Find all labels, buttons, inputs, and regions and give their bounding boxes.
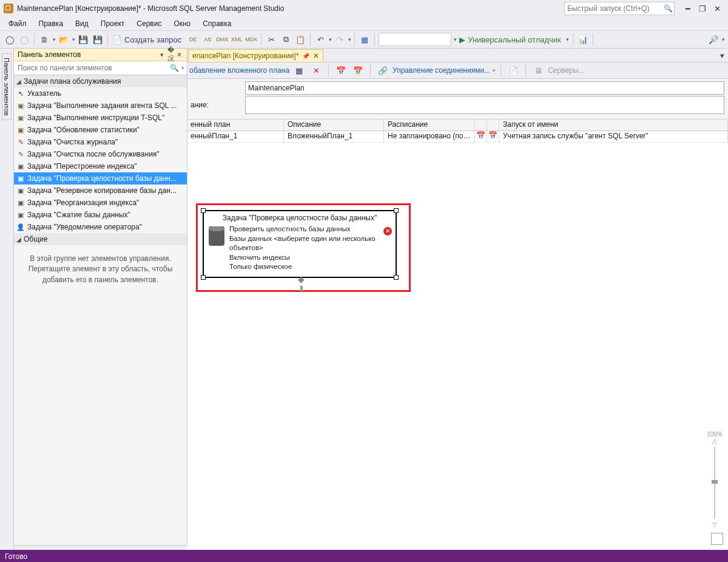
pin-icon[interactable]: 📌 xyxy=(302,53,309,59)
menu-view[interactable]: Вид xyxy=(70,18,93,29)
script-xmla-icon[interactable]: XML xyxy=(230,33,243,46)
cell-runas[interactable]: Учетная запись службы "агент SQL Server" xyxy=(499,131,728,142)
menu-project[interactable]: Проект xyxy=(96,18,130,29)
new-query-button[interactable]: 📄Создать запрос xyxy=(111,33,185,46)
toolbox-item-check-integrity[interactable]: ▣Задача "Проверка целостности базы данн.… xyxy=(14,172,187,185)
quick-launch[interactable]: 🔍 xyxy=(564,2,675,15)
zoom-to-fit-icon[interactable] xyxy=(711,533,723,545)
properties-icon[interactable]: ▦ xyxy=(358,33,371,46)
script-dmx-icon[interactable]: DМХ xyxy=(215,33,229,46)
col-runas[interactable]: Запуск от имени xyxy=(499,120,728,130)
toolbox-item-rebuild-index[interactable]: ▣Задача "Перестроение индекса" xyxy=(14,160,187,172)
toolbox-item-shrink-db[interactable]: ▣Задача "Сжатие базы данных" xyxy=(14,209,187,221)
manage-connections-button[interactable]: Управление соединениями... xyxy=(393,66,490,75)
paste-icon[interactable]: 📋 xyxy=(294,33,307,46)
flow-connector-icon[interactable]: ◆ xyxy=(298,274,305,284)
delete-subplan-icon[interactable]: ✕ xyxy=(309,64,323,77)
resize-handle[interactable] xyxy=(394,275,399,280)
dropdown-icon[interactable]: ▾ xyxy=(493,67,496,73)
plan-desc-field[interactable] xyxy=(245,96,724,114)
zoom-out-icon[interactable]: ▽ xyxy=(712,521,717,528)
active-files-dropdown-icon[interactable]: ▾ xyxy=(716,49,727,62)
menu-window[interactable]: Окно xyxy=(169,18,195,29)
toolbox-item-tsql[interactable]: ▣Задача "Выполнение инструкции T-SQL" xyxy=(14,112,187,124)
plan-name-field[interactable]: MaintenancePlan xyxy=(245,81,724,95)
menu-edit[interactable]: Правка xyxy=(34,18,69,29)
flow-arrow-icon[interactable]: ⬇ xyxy=(298,284,305,294)
cell-description[interactable]: ВложенныйПлан_1 xyxy=(284,131,384,142)
task-check-integrity[interactable]: Задача "Проверка целостности базы данных… xyxy=(203,210,397,278)
quick-launch-input[interactable] xyxy=(565,4,662,13)
dropdown-icon[interactable]: ▾ xyxy=(453,36,457,42)
zoom-track[interactable] xyxy=(714,447,715,519)
cell-schedule-button[interactable]: 📅 xyxy=(475,131,487,142)
save-icon[interactable]: 💾 xyxy=(76,33,90,46)
dropdown-icon[interactable]: ▾ xyxy=(565,36,570,42)
autohide-pin-icon[interactable]: �况 xyxy=(166,46,175,63)
col-schedule[interactable]: Расписание xyxy=(384,120,475,130)
toolbox-item-backup[interactable]: ▣Задача "Резервное копирование базы дан.… xyxy=(14,185,187,197)
restore-icon[interactable]: ❐ xyxy=(695,4,710,13)
resize-handle[interactable] xyxy=(201,275,206,280)
activity-monitor-icon[interactable]: 📊 xyxy=(576,33,590,46)
toolbox-item-reorganize-index[interactable]: ▣Задача "Реорганизация индекса" xyxy=(14,197,187,209)
toolbox-item-maintenance-cleanup[interactable]: ✎Задача "Очистка после обслуживания" xyxy=(14,148,187,160)
side-tab-toolbox[interactable]: Панель элементов xyxy=(2,53,12,120)
toolbox-search[interactable]: 🔍 ▾ xyxy=(14,61,187,75)
col-description[interactable]: Описание xyxy=(284,120,384,130)
debugger-button[interactable]: ▶Универсальный отладчик xyxy=(458,33,565,46)
menu-help[interactable]: Справка xyxy=(198,18,236,29)
nav-fwd-icon[interactable]: ◯ xyxy=(18,33,31,46)
script-as-icon[interactable]: AS xyxy=(201,33,214,46)
resize-handle[interactable] xyxy=(394,208,399,213)
find-icon[interactable]: 🔎 xyxy=(707,33,720,46)
toolbox-item-notify-operator[interactable]: 👤Задача "Уведомление оператора" xyxy=(14,221,187,233)
zoom-slider[interactable]: 100% △ ▽ xyxy=(707,431,722,528)
save-all-icon[interactable]: 💾 xyxy=(91,33,104,46)
subplan-props-icon[interactable]: ▦ xyxy=(292,64,306,77)
servers-icon[interactable]: 🖥 xyxy=(531,64,545,77)
nav-back-icon[interactable]: ◯ xyxy=(3,33,16,46)
close-panel-icon[interactable]: ✕ xyxy=(175,51,183,59)
window-position-icon[interactable]: ▾ xyxy=(158,51,166,59)
schedule-icon[interactable]: 📅 xyxy=(334,64,348,77)
zoom-in-icon[interactable]: △ xyxy=(712,438,717,444)
connections-icon[interactable]: 🔗 xyxy=(376,64,389,77)
col-subplan[interactable]: енный план xyxy=(187,120,284,130)
redo-icon[interactable]: ↷ xyxy=(333,33,346,46)
toolbox-group-general[interactable]: ◢Общие xyxy=(14,233,187,245)
dropdown-icon[interactable]: ▾ xyxy=(71,36,76,42)
script-de-icon[interactable]: DE xyxy=(186,33,200,46)
open-icon[interactable]: 📂 xyxy=(57,33,70,46)
menu-file[interactable]: Файл xyxy=(4,18,32,29)
cut-icon[interactable]: ✂ xyxy=(265,33,278,46)
add-subplan-button[interactable]: обавление вложенного плана xyxy=(189,66,289,75)
resize-handle[interactable] xyxy=(201,208,206,213)
minimize-icon[interactable]: ━ xyxy=(681,4,695,13)
servers-button[interactable]: Серверы... xyxy=(548,66,584,75)
designer-canvas[interactable]: Задача "Проверка целостности базы данных… xyxy=(187,143,728,550)
dropdown-icon[interactable]: ▾ xyxy=(328,36,332,42)
search-icon[interactable]: 🔍 xyxy=(170,64,179,72)
zoom-thumb[interactable] xyxy=(712,480,718,484)
menu-service[interactable]: Сервис xyxy=(132,18,166,29)
dropdown-icon[interactable]: ▾ xyxy=(52,36,56,42)
close-icon[interactable]: ✕ xyxy=(710,4,724,13)
script-mdx-icon[interactable]: МDХ xyxy=(244,33,258,46)
solution-config-combo[interactable] xyxy=(379,33,451,46)
toolbox-item-update-stats[interactable]: ▣Задача "Обновление статистики" xyxy=(14,124,187,136)
reporting-icon[interactable]: 📄 xyxy=(507,64,520,77)
undo-icon[interactable]: ↶ xyxy=(314,33,327,46)
remove-schedule-icon[interactable]: 📅 xyxy=(351,64,365,77)
toolbox-item-history-cleanup[interactable]: ✎Задача "Очистка журнала" xyxy=(14,136,187,148)
search-icon[interactable]: 🔍 xyxy=(662,4,674,13)
toolbox-group-maintenance[interactable]: ◢Задачи плана обслуживания xyxy=(14,75,187,87)
cell-subplan[interactable]: енныйПлан_1 xyxy=(187,131,284,142)
tab-maintenance-plan[interactable]: enancePlan [Конструирование]* 📌 ✕ xyxy=(188,49,323,62)
cell-schedule[interactable]: Не запланировано (по з… xyxy=(384,131,475,142)
dropdown-icon[interactable]: ▾ xyxy=(721,36,726,42)
new-project-icon[interactable]: 🗎 xyxy=(38,33,51,46)
close-tab-icon[interactable]: ✕ xyxy=(313,52,319,60)
subplan-row[interactable]: енныйПлан_1 ВложенныйПлан_1 Не запланиро… xyxy=(187,131,728,143)
copy-icon[interactable]: ⧉ xyxy=(279,33,292,46)
